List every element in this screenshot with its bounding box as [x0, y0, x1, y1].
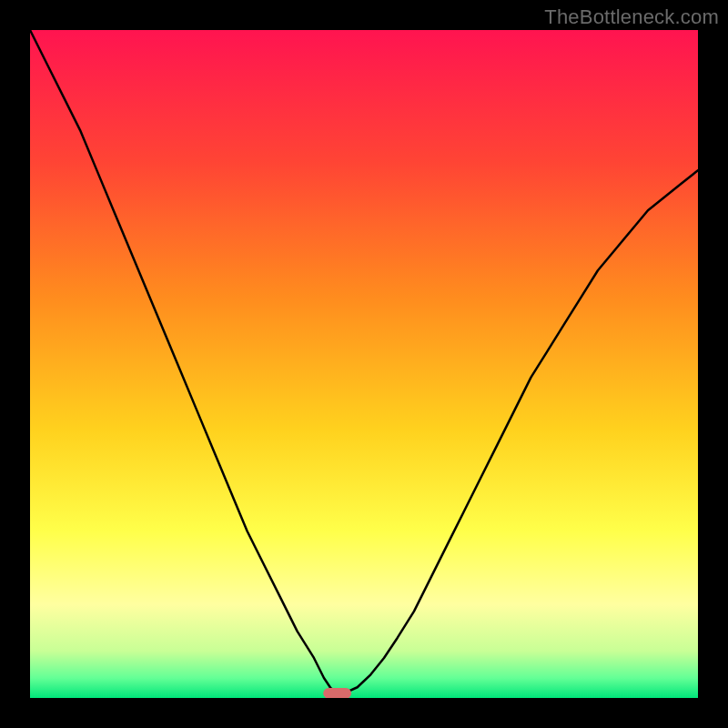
bottleneck-chart: [30, 30, 698, 698]
optimal-marker: [323, 688, 351, 698]
chart-background: [30, 30, 698, 698]
chart-frame: TheBottleneck.com: [0, 0, 728, 728]
watermark-text: TheBottleneck.com: [544, 5, 719, 29]
